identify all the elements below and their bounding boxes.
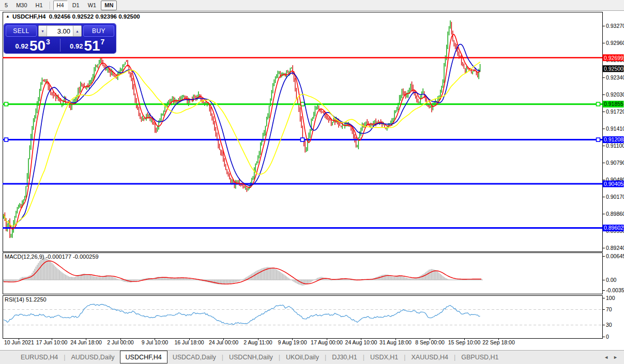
price-axis-labels: 0.926990.918550.912080.904050.896020.925… (603, 54, 624, 231)
hline-handle[interactable] (597, 102, 600, 106)
svg-text:0.92500: 0.92500 (604, 66, 623, 72)
svg-text:0.006451: 0.006451 (606, 253, 624, 259)
svg-text:0.92340: 0.92340 (606, 74, 624, 81)
svg-text:17 Jun 10:00: 17 Jun 10:00 (36, 339, 68, 345)
svg-text:0.91855: 0.91855 (604, 101, 623, 107)
sell-price-big: 50 (29, 39, 45, 52)
timeframe-toolbar: 5M30H1H4D1W1MN (0, 0, 624, 11)
svg-text:0: 0 (606, 334, 609, 340)
volume-decrease-icon[interactable]: ▼ (39, 26, 47, 36)
chart-tabs: EURUSD,H4|AUDUSD,DailyUSDCHF,H4USDCAD,Da… (0, 351, 504, 364)
tab-scroll-right-icon[interactable]: ► (613, 355, 618, 360)
svg-text:0.92960: 0.92960 (606, 40, 624, 46)
tab-scroll-arrows: ◄ ► (604, 355, 624, 360)
svg-text:22 Sep 18:00: 22 Sep 18:00 (482, 339, 515, 345)
timeframe-button-h1[interactable]: H1 (32, 1, 47, 10)
toolbar-separator (50, 2, 50, 9)
svg-text:0.90790: 0.90790 (606, 160, 624, 166)
tab-usdx-h1[interactable]: USDX,H1 (365, 351, 403, 364)
tab-usdcad-daily[interactable]: USDCAD,Daily (168, 351, 221, 364)
chart-window: 0.932700.929600.926500.923400.920300.917… (0, 11, 624, 350)
tab-ukoil-daily[interactable]: UKOil,Daily (281, 351, 324, 364)
buy-price[interactable]: 0.92 51 7 (60, 38, 115, 53)
tab-xauusd-h4[interactable]: XAUUSD,H4 (406, 351, 453, 364)
tab-usdchf-h4[interactable]: USDCHF,H4 (120, 351, 168, 363)
svg-text:9 Jul 10:00: 9 Jul 10:00 (142, 339, 169, 345)
chart-title: ▲ USDCHF,H4 0.92456 0.92522 0.92396 0.92… (6, 13, 140, 20)
tab-dj30-h1[interactable]: DJ30,H1 (327, 351, 362, 364)
buy-price-head: 0.92 (70, 42, 83, 50)
svg-text:31 Aug 18:00: 31 Aug 18:00 (379, 339, 412, 345)
buy-price-big: 51 (84, 39, 100, 52)
rsi-indicator-label: RSI(14) 51.2250 (5, 296, 47, 303)
rsi-pane[interactable] (3, 295, 602, 338)
timeframe-button-5[interactable]: 5 (1, 1, 11, 10)
svg-text:70: 70 (606, 306, 612, 312)
sell-button[interactable]: SELL (6, 25, 37, 37)
svg-text:0.91208: 0.91208 (604, 136, 623, 143)
svg-text:24 Jul 00:00: 24 Jul 00:00 (209, 339, 238, 345)
svg-text:0.90405: 0.90405 (604, 181, 623, 187)
tab-usdcnh-daily[interactable]: USDCNH,Daily (224, 351, 278, 364)
sell-price-sup: 3 (46, 38, 50, 46)
hline-handle[interactable] (5, 102, 8, 106)
svg-text:10 Jun 2021: 10 Jun 2021 (4, 339, 34, 345)
svg-text:0.00: 0.00 (606, 277, 617, 283)
tab-eurusd-h4[interactable]: EURUSD,H4 (16, 351, 63, 364)
svg-text:0.89860: 0.89860 (606, 211, 624, 217)
hline-handle[interactable] (5, 138, 8, 141)
sell-price[interactable]: 0.92 50 3 (6, 38, 60, 53)
buy-price-sup: 7 (101, 38, 105, 46)
svg-text:24 Aug 10:00: 24 Aug 10:00 (345, 339, 377, 345)
svg-text:0.89240: 0.89240 (606, 245, 624, 251)
tab-scroll-left-icon[interactable]: ◄ (604, 355, 608, 360)
timeframe-button-w1[interactable]: W1 (84, 1, 100, 10)
svg-text:30: 30 (606, 322, 612, 328)
svg-text:0.92699: 0.92699 (604, 55, 623, 61)
one-click-trading-panel: SELL ▼ 3.00 ▲ BUY 0.92 50 3 0.92 51 7 (4, 24, 116, 53)
svg-text:0.90170: 0.90170 (606, 194, 624, 200)
svg-text:0.92030: 0.92030 (606, 91, 624, 98)
svg-text:2 Aug 11:00: 2 Aug 11:00 (243, 339, 272, 345)
svg-text:0.89602: 0.89602 (604, 225, 623, 231)
date-axis: 10 Jun 202117 Jun 10:0024 Jun 18:002 Jul… (4, 338, 515, 345)
symbol-collapse-arrow: ▲ (6, 14, 10, 19)
buy-button[interactable]: BUY (83, 25, 114, 37)
macd-indicator-label: MACD(12,26,9) -0.000177 -0.000259 (5, 254, 99, 260)
timeframe-button-mn[interactable]: MN (101, 1, 117, 10)
volume-increase-icon[interactable]: ▲ (73, 26, 81, 36)
svg-text:16 Jul 18:00: 16 Jul 18:00 (174, 339, 204, 345)
chart-title-text: USDCHF,H4 0.92456 0.92522 0.92396 0.9250… (12, 13, 140, 20)
hline-handle[interactable] (301, 138, 305, 141)
volume-input[interactable]: 3.00 (47, 26, 73, 36)
chart-tab-bar: EURUSD,H4|AUDUSD,DailyUSDCHF,H4USDCAD,Da… (0, 350, 624, 364)
svg-text:-0.003507: -0.003507 (606, 287, 624, 293)
chart-canvas[interactable]: 0.932700.929600.926500.923400.920300.917… (0, 11, 624, 350)
hline-handle[interactable] (597, 138, 600, 141)
svg-text:15 Sep 10:00: 15 Sep 10:00 (448, 339, 481, 345)
timeframe-button-h4[interactable]: H4 (53, 1, 68, 10)
timeframe-button-d1[interactable]: D1 (69, 1, 83, 10)
volume-spinner: ▼ 3.00 ▲ (38, 25, 82, 37)
svg-text:0.91410: 0.91410 (606, 125, 624, 132)
svg-text:9 Aug 19:00: 9 Aug 19:00 (278, 339, 307, 345)
svg-text:2 Jul 00:00: 2 Jul 00:00 (107, 339, 134, 345)
svg-text:0.91100: 0.91100 (606, 143, 624, 149)
timeframe-button-m30[interactable]: M30 (12, 1, 31, 10)
svg-text:8 Sep 00:00: 8 Sep 00:00 (415, 339, 445, 345)
tab-audusd-daily[interactable]: AUDUSD,Daily (66, 351, 120, 364)
svg-text:0.93270: 0.93270 (606, 23, 624, 29)
svg-text:17 Aug 00:00: 17 Aug 00:00 (311, 339, 343, 345)
svg-text:24 Jun 18:00: 24 Jun 18:00 (70, 339, 102, 345)
tab-gbpusd-h1[interactable]: GBPUSD,H1 (456, 351, 504, 364)
svg-text:0.91720: 0.91720 (606, 108, 624, 115)
sell-price-head: 0.92 (16, 42, 28, 50)
svg-text:100: 100 (606, 295, 615, 301)
